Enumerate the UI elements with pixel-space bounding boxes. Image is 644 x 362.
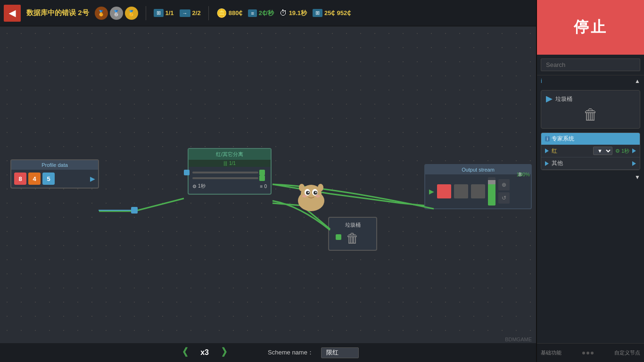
profile-blocks: 8 4 5 [14,173,55,185]
color-block-dark-2 [471,184,485,198]
expert-red-next[interactable] [632,148,636,153]
speed-value: x3 [195,348,214,357]
panel-bottom-dots [582,352,594,354]
expert-header: i 专家系统 [541,133,640,145]
trash-node-icon: 🗑 [346,231,359,246]
rate-icon: ≡ [248,9,256,17]
svg-rect-1 [131,207,138,214]
svg-point-9 [315,192,317,193]
expert-other-row: 其他 [541,157,640,170]
canvas-area[interactable]: Profile data 8 4 5 ▶ 红/其它分离 ||| 1/1 [0,26,536,362]
stop-button[interactable]: 停止 [537,0,644,55]
grid-icon: ⊞ [313,9,322,17]
sep-count: ≡ 0 [260,184,267,189]
watermark: BDMGAME [505,337,532,342]
dot-2 [586,352,589,354]
stat-rate: ≡ 2₵/秒 [248,9,273,17]
panel-info-icon[interactable]: i [541,77,542,84]
search-box [537,55,644,75]
expert-red-time: ⚙ 1秒 [615,148,629,155]
speed-increase-btn[interactable]: 》 [222,346,232,360]
nodes-value: 1/1 [165,9,174,16]
svg-point-10 [302,195,307,197]
output-layers-btn[interactable]: ⊕ [498,179,510,190]
panel-bottom: 基础功能 自定义节点 [537,343,644,362]
scheme-name-input[interactable] [321,347,359,358]
back-button[interactable]: ◀ [4,5,21,22]
panel-scroll-area[interactable]: 垃圾桶 🗑 i 专家系统 红 ▼ ⚙ 1秒 [537,86,644,343]
color-block-dark-1 [454,184,468,198]
block-8: 8 [14,173,26,185]
sep-count-val: 0 [264,184,267,189]
sep-time-icon: ⚙ [192,184,197,189]
expert-other-play[interactable] [545,161,549,166]
stat-links: → 2/2 [180,9,201,17]
rate-value: 2₵/秒 [259,9,274,17]
scheme-label: Scheme name： [268,348,314,357]
stat-coins: 🪙 880₵ [216,8,243,18]
stat-time: ⏱ 19.1秒 [280,9,307,17]
expert-red-label: 红 [552,147,590,155]
grid-value: 25₵ [324,9,335,16]
expert-red-dropdown[interactable]: ▼ [593,147,612,155]
node-separator[interactable]: 红/其它分离 ||| 1/1 ⚙ 1秒 [188,148,272,195]
output-bar-gray [488,180,495,184]
output-bar-fill [488,184,495,206]
profile-output-arrow[interactable]: ▶ [90,175,95,182]
panel-bottom-right: 自定义节点 [614,349,640,356]
search-input[interactable] [541,58,640,71]
panel-scroll-up[interactable]: ▲ [635,78,640,84]
bottom-controls: 《 x3 》 Scheme name： [0,343,536,362]
expert-other-next[interactable] [632,161,636,166]
stat-nodes: ⊞ 1/1 [154,9,174,17]
svg-point-8 [308,192,309,193]
sep-time-row: ⚙ 1秒 ≡ 0 [192,183,267,189]
panel-scroll-down[interactable]: ▼ [635,174,640,181]
node-output[interactable]: Output stream 8 100% ▶ ⊕ ↺ [424,164,532,209]
node-profile-body: 8 4 5 ▶ [11,170,98,188]
node-profile[interactable]: Profile data 8 4 5 ▶ [10,159,99,189]
output-bar [488,177,495,206]
level-title: 数据库中的错误 2号 [26,8,89,17]
nodes-icon: ⊞ [154,9,164,17]
dot-1 [582,352,585,354]
expert-red-play[interactable] [545,148,549,153]
sep-time-val: 1秒 [198,183,206,189]
block-4: 4 [28,173,41,185]
medal-bronze: 🏅 [95,7,108,20]
panel-header-row: i ▲ [537,75,644,86]
output-refresh-btn[interactable]: ↺ [498,192,510,204]
expert-other-label: 其他 [552,159,629,167]
links-icon: → [180,9,190,17]
node-separator-title: 红/其它分离 [216,151,243,157]
sep-bars-icon: ||| [223,161,227,166]
panel-trash-label: 垃圾桶 [555,95,572,103]
stop-label: 停止 [574,17,608,38]
sep-subtitle-val: 1/1 [229,161,236,166]
right-panel: 停止 i ▲ 垃圾桶 🗑 i 专家系统 红 [536,0,644,362]
node-trash[interactable]: 垃圾桶 🗑 [328,217,377,251]
stat-grid: ⊞ 25₵ 952₵ [313,9,351,17]
output-percent: 100% [517,172,530,177]
trash-play-btn[interactable] [546,96,553,103]
node-profile-title: Profile data [41,162,68,168]
block-5: 5 [42,173,55,185]
expert-time-val: 1秒 [621,148,629,155]
node-profile-header: Profile data [11,160,98,170]
total-value: 952₵ [337,9,351,16]
time-value: 19.1秒 [289,9,307,17]
links-value: 2/2 [192,9,201,16]
mascot [292,178,330,216]
speed-decrease-btn[interactable]: 《 [177,346,188,360]
coins-value: 880₵ [229,9,243,16]
divider-2 [208,6,209,20]
output-input-arrow[interactable]: ▶ [429,188,434,195]
svg-point-13 [318,184,323,191]
divider-1 [146,6,146,20]
dot-3 [591,352,594,354]
expert-time-icon: ⚙ [615,148,620,154]
medal-silver: 🥈 [110,7,123,20]
panel-trash-item[interactable]: 垃圾桶 🗑 [541,90,640,129]
medals-container: 🏅 🥈 🥇 [95,7,138,20]
panel-bottom-left: 基础功能 [541,349,561,356]
